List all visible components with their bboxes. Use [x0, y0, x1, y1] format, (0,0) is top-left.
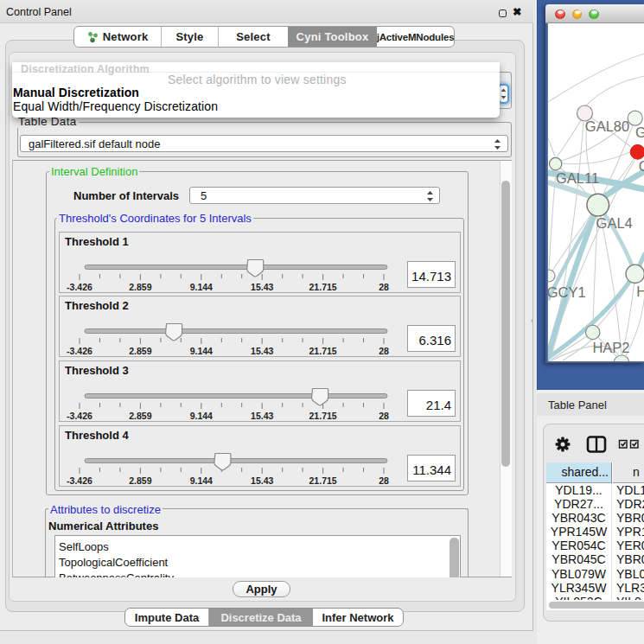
svg-text:H: H — [636, 284, 644, 299]
svg-text:GAL80: GAL80 — [585, 118, 629, 134]
svg-text:15.43: 15.43 — [251, 346, 273, 356]
svg-text:9.144: 9.144 — [190, 475, 213, 486]
svg-text:2.859: 2.859 — [129, 475, 151, 486]
svg-text:9.144: 9.144 — [190, 411, 213, 421]
svg-text:GAL: GAL — [635, 124, 644, 140]
svg-text:21.715: 21.715 — [309, 475, 337, 486]
svg-text:-3.426: -3.426 — [67, 475, 92, 486]
svg-text:28: 28 — [379, 282, 389, 292]
svg-text:21.715: 21.715 — [309, 346, 337, 356]
svg-text:-3.426: -3.426 — [67, 411, 92, 421]
svg-text:2.859: 2.859 — [129, 411, 151, 421]
svg-text:9.144: 9.144 — [190, 346, 213, 356]
svg-text:2.859: 2.859 — [129, 282, 151, 292]
svg-text:9.144: 9.144 — [190, 282, 213, 292]
svg-text:2.859: 2.859 — [129, 346, 151, 356]
svg-text:HAP2: HAP2 — [592, 340, 629, 355]
svg-text:28: 28 — [379, 411, 389, 421]
svg-text:28: 28 — [379, 346, 389, 356]
svg-text:21.715: 21.715 — [309, 411, 337, 421]
svg-text:CY: CY — [639, 158, 644, 174]
svg-text:15.43: 15.43 — [251, 475, 273, 486]
svg-text:GCY1: GCY1 — [548, 284, 586, 300]
svg-text:15.43: 15.43 — [251, 411, 273, 421]
svg-text:-3.426: -3.426 — [67, 346, 92, 356]
svg-text:GAL11: GAL11 — [556, 170, 599, 186]
svg-text:15.43: 15.43 — [251, 282, 273, 292]
svg-text:-3.426: -3.426 — [67, 282, 92, 292]
svg-text:28: 28 — [379, 475, 389, 486]
svg-text:GAL4: GAL4 — [596, 215, 633, 231]
svg-text:21.715: 21.715 — [309, 282, 337, 292]
